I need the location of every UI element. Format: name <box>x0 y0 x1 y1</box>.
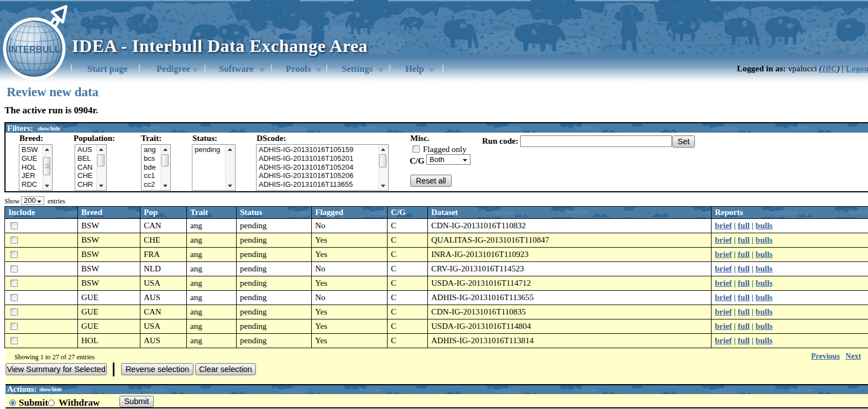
svg-text:INTERBULL: INTERBULL <box>8 44 60 54</box>
